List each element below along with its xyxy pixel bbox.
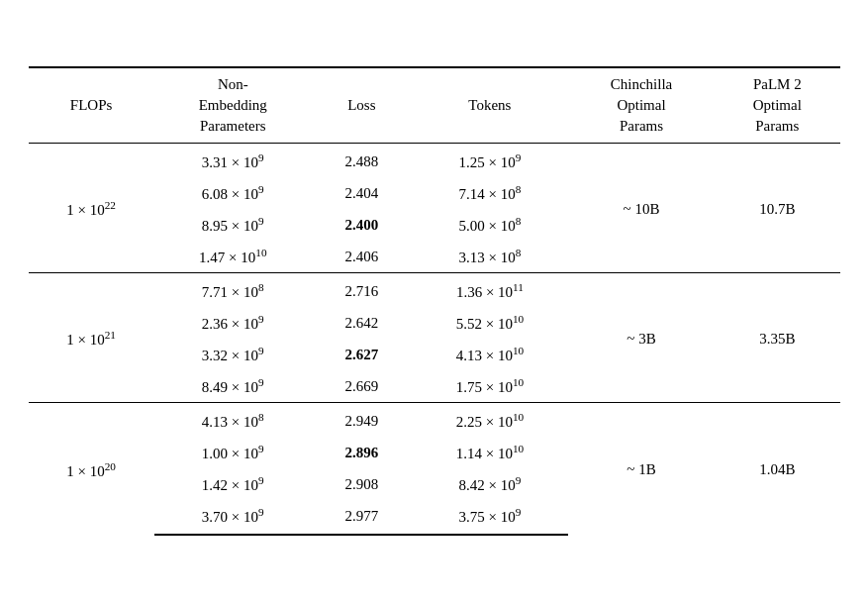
loss-cell: 2.716 (312, 273, 412, 308)
data-table: FLOPs Non-EmbeddingParameters Loss Token… (29, 66, 840, 536)
tokens-cell: 2.25 × 1010 (412, 403, 568, 438)
tokens-cell: 7.14 × 108 (412, 177, 568, 209)
loss-cell: 2.896 (312, 437, 412, 468)
loss-cell: 2.977 (312, 500, 412, 535)
flops-cell: 1 × 1021 (29, 273, 154, 403)
params-cell: 3.32 × 109 (154, 339, 312, 370)
loss-cell: 2.488 (312, 144, 412, 178)
header-loss: Loss (312, 67, 412, 144)
header-row: FLOPs Non-EmbeddingParameters Loss Token… (29, 67, 840, 144)
tokens-cell: 1.75 × 1010 (412, 370, 568, 403)
loss-cell: 2.642 (312, 307, 412, 339)
palm2-optimal-cell: 3.35B (715, 273, 839, 403)
tokens-cell: 5.00 × 108 (412, 209, 568, 241)
tokens-cell: 3.75 × 109 (412, 500, 568, 535)
params-cell: 7.71 × 108 (154, 273, 312, 308)
params-cell: 4.13 × 108 (154, 403, 312, 438)
loss-cell: 2.406 (312, 241, 412, 273)
header-chinchilla: ChinchillaOptimalParams (568, 67, 715, 144)
loss-cell: 2.627 (312, 339, 412, 370)
header-flops: FLOPs (29, 67, 154, 144)
loss-cell: 2.908 (312, 468, 412, 500)
header-non-embedding: Non-EmbeddingParameters (154, 67, 312, 144)
chinchilla-optimal-cell: ~ 10B (568, 144, 715, 273)
loss-cell: 2.669 (312, 370, 412, 403)
palm2-optimal-cell: 10.7B (715, 144, 839, 273)
tokens-cell: 4.13 × 1010 (412, 339, 568, 370)
table-row: 1 × 10223.31 × 1092.4881.25 × 109~ 10B10… (29, 144, 840, 178)
params-cell: 8.95 × 109 (154, 209, 312, 241)
params-cell: 3.70 × 109 (154, 500, 312, 535)
loss-cell: 2.949 (312, 403, 412, 438)
params-cell: 1.47 × 1010 (154, 241, 312, 273)
params-cell: 1.42 × 109 (154, 468, 312, 500)
params-cell: 3.31 × 109 (154, 144, 312, 178)
tokens-cell: 1.14 × 1010 (412, 437, 568, 468)
tokens-cell: 1.36 × 1011 (412, 273, 568, 308)
header-tokens: Tokens (412, 67, 568, 144)
flops-cell: 1 × 1022 (29, 144, 154, 273)
tokens-cell: 3.13 × 108 (412, 241, 568, 273)
loss-cell: 2.400 (312, 209, 412, 241)
params-cell: 2.36 × 109 (154, 307, 312, 339)
loss-cell: 2.404 (312, 177, 412, 209)
chinchilla-optimal-cell: ~ 3B (568, 273, 715, 403)
table-row: 1 × 10217.71 × 1082.7161.36 × 1011~ 3B3.… (29, 273, 840, 308)
params-cell: 1.00 × 109 (154, 437, 312, 468)
table-container: FLOPs Non-EmbeddingParameters Loss Token… (29, 66, 840, 536)
params-cell: 6.08 × 109 (154, 177, 312, 209)
chinchilla-optimal-cell: ~ 1B (568, 403, 715, 536)
tokens-cell: 5.52 × 1010 (412, 307, 568, 339)
flops-cell: 1 × 1020 (29, 403, 154, 536)
tokens-cell: 1.25 × 109 (412, 144, 568, 178)
palm2-optimal-cell: 1.04B (715, 403, 839, 536)
table-row: 1 × 10204.13 × 1082.9492.25 × 1010~ 1B1.… (29, 403, 840, 438)
tokens-cell: 8.42 × 109 (412, 468, 568, 500)
header-palm2: PaLM 2OptimalParams (715, 67, 839, 144)
params-cell: 8.49 × 109 (154, 370, 312, 403)
